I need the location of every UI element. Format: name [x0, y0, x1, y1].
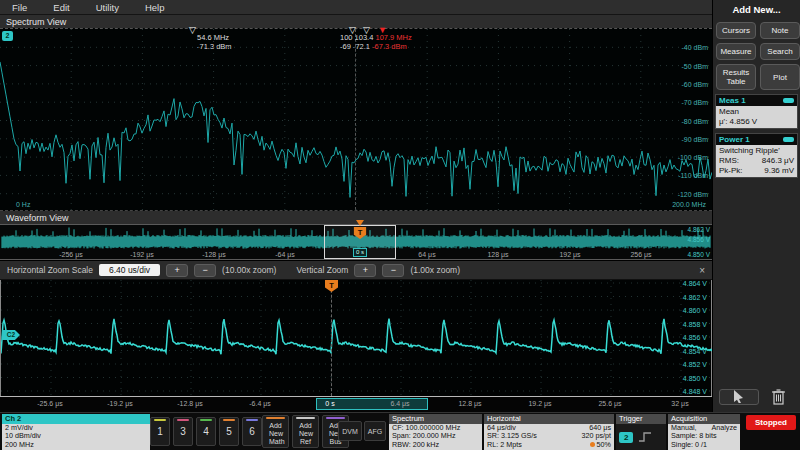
overview-time-label: -64 μs	[275, 251, 295, 258]
zoom-y-label: 4.854 V	[683, 348, 707, 355]
overview-time-label: -128 μs	[202, 251, 226, 258]
zoom-y-label: 4.856 V	[683, 334, 707, 341]
zoom-region-box[interactable]: T 0 s	[324, 225, 396, 259]
add-new-ref-button[interactable]: AddNewRef	[292, 415, 319, 448]
note-button[interactable]: Note	[760, 22, 800, 39]
overview-time-label: -192 μs	[130, 251, 154, 258]
afg-button[interactable]: AFG	[364, 421, 386, 441]
spectrum-setting-line: RBW: 200 kHz	[392, 441, 479, 449]
menu-item-help[interactable]: Help	[145, 2, 165, 13]
meas1-type: Mean	[719, 107, 794, 117]
spectrum-trace-svg	[0, 29, 712, 212]
vzoom-label: Vertical Zoom	[296, 265, 348, 275]
zoom-time-label: -12.8 μs	[177, 400, 202, 407]
power1-rms-label: RMS:	[719, 156, 739, 166]
spectrum-plot[interactable]: ▽ 54.6 MHz -71.3 dBm ▽ ▽ ▼ 100 103.4 107…	[0, 28, 712, 211]
trash-icon[interactable]	[771, 388, 786, 405]
power1-badge[interactable]: Power 1 Switching Ripple' RMS: 846.3 μV …	[715, 133, 798, 178]
channel-6-button[interactable]: 6	[242, 417, 262, 446]
close-zoom-icon[interactable]: ×	[699, 265, 705, 276]
vzoom-decrease-button[interactable]: −	[382, 264, 404, 277]
power1-type: Switching Ripple'	[719, 146, 794, 156]
channel-color-strip	[200, 419, 212, 421]
zoom-time-label: 32 μs	[671, 400, 688, 407]
power1-pk-value: 9.36 mV	[764, 166, 794, 176]
power1-name: Power 1	[719, 135, 750, 144]
dvm-button[interactable]: DVM	[338, 421, 362, 441]
time-axis: -25.6 μs-19.2 μs-12.8 μs-6.4 μs0 s6.4 μs…	[0, 396, 712, 412]
hzoom-scale-value[interactable]: 6.40 us/div	[99, 264, 160, 276]
acquisition-badge[interactable]: Acquisition Manual, Analyze Sample: 8 bi…	[668, 414, 740, 450]
channel-4-button[interactable]: 4	[196, 417, 216, 446]
vzoom-increase-button[interactable]: +	[354, 264, 376, 277]
zoom-time-label: -19.2 μs	[107, 400, 132, 407]
channel-color-strip	[177, 419, 189, 421]
zoom-time-label: -25.6 μs	[37, 400, 62, 407]
spectrum-y-label: -90 dBm	[682, 136, 708, 143]
plot-tools	[719, 388, 786, 405]
spectrum-y-label: -70 dBm	[682, 99, 708, 106]
overview-volt-label: 4.862 V	[688, 226, 710, 233]
spectrum-y-label: -80 dBm	[682, 118, 708, 125]
hzoom-increase-button[interactable]: +	[166, 264, 188, 277]
horizontal-setting-row: RL: 2 Mpts50%	[487, 441, 611, 449]
ch2-badge[interactable]: Ch 2 2 mV/div10 dBm/div200 MHz	[2, 414, 150, 450]
meas1-name: Meas 1	[719, 96, 746, 105]
zoom-trace-svg	[1, 280, 713, 396]
measure-button[interactable]: Measure	[716, 43, 756, 60]
add-new-math-button[interactable]: AddNewMath	[262, 415, 289, 448]
ch2-setting-line: 200 MHz	[5, 441, 147, 449]
trigger-source-chip: 2	[619, 432, 633, 443]
overview-time-label: -256 μs	[59, 251, 83, 258]
trigger-badge[interactable]: Trigger 2	[616, 414, 666, 450]
hzoom-factor-label: (10.00x zoom)	[222, 265, 276, 275]
hzoom-decrease-button[interactable]: −	[194, 264, 216, 277]
meas1-value: μ': 4.856 V	[719, 117, 794, 127]
power1-rms-value: 846.3 μV	[762, 156, 794, 166]
bottom-bar: Ch 2 2 mV/div10 dBm/div200 MHz 13456 Add…	[0, 412, 800, 450]
waveform-view-panel: Waveform View -256 μs-192 μs-128 μs-64 μ…	[0, 211, 712, 412]
waveform-overview[interactable]: -256 μs-192 μs-128 μs-64 μs64 μs128 μs19…	[0, 224, 712, 260]
acquisition-line: Single: 0 /1	[671, 441, 737, 449]
zoom-y-label: 4.852 V	[683, 361, 707, 368]
run-stop-status-button[interactable]: Stopped	[746, 415, 796, 430]
add-new-source-buttons: AddNewMathAddNewRefAddNewBus	[262, 415, 349, 448]
meas1-badge[interactable]: Meas 1 Mean μ': 4.856 V	[715, 94, 798, 129]
source-color-strip	[296, 417, 315, 419]
channel-source-pill	[783, 137, 794, 142]
zoom-y-label: 4.848 V	[683, 388, 707, 395]
channel-color-strip	[154, 419, 166, 421]
overview-time-label: 64 μs	[418, 251, 435, 258]
trigger-marker-overview[interactable]: T	[354, 227, 367, 239]
channel-5-button[interactable]: 5	[219, 417, 239, 446]
source-color-strip	[326, 417, 345, 419]
cursors-button[interactable]: Cursors	[716, 22, 756, 39]
menu-item-file[interactable]: File	[12, 2, 27, 13]
menu-item-edit[interactable]: Edit	[53, 2, 69, 13]
spectrum-view-title: Spectrum View	[0, 15, 712, 29]
zoomed-waveform-plot[interactable]: 4.864 V4.862 V4.860 V4.858 V4.856 V4.854…	[0, 280, 712, 396]
horizontal-settings-badge[interactable]: Horizontal 64 μs/div640 μsSR: 3.125 GS/s…	[484, 414, 614, 450]
ch2-settings: 2 mV/div10 dBm/div200 MHz	[2, 424, 150, 450]
zoom-time-label: 12.8 μs	[458, 400, 481, 407]
spectrum-settings-badge[interactable]: Spectrum CF: 100.000000 MHzSpan: 200.000…	[389, 414, 482, 450]
spectrum-channel-badge[interactable]: 2	[2, 31, 13, 41]
zoom-time-label: 6.4 μs	[390, 400, 409, 407]
search-button[interactable]: Search	[760, 43, 800, 60]
channel-1-button[interactable]: 1	[150, 417, 170, 446]
rising-edge-icon	[638, 431, 652, 443]
plot-button[interactable]: Plot	[760, 64, 800, 90]
zoom-y-label: 4.864 V	[683, 280, 707, 287]
menu-item-utility[interactable]: Utility	[96, 2, 119, 13]
drag-tool-button[interactable]	[719, 389, 759, 405]
overview-time-label: 192 μs	[559, 251, 580, 258]
results-table-button[interactable]: Results Table	[716, 64, 756, 90]
spectrum-y-label: -40 dBm	[682, 44, 708, 51]
zoom-time-label: 0 s	[325, 400, 334, 407]
spectrum-y-label: -110 dBm	[678, 172, 708, 179]
channel-3-button[interactable]: 3	[173, 417, 193, 446]
zoom-y-label: 4.860 V	[683, 307, 707, 314]
overview-time-label: 128 μs	[487, 251, 508, 258]
add-new-title: Add New...	[713, 4, 800, 15]
oscilloscope-app: FileEditUtilityHelp Spectrum View ▽ 54.6…	[0, 0, 800, 450]
